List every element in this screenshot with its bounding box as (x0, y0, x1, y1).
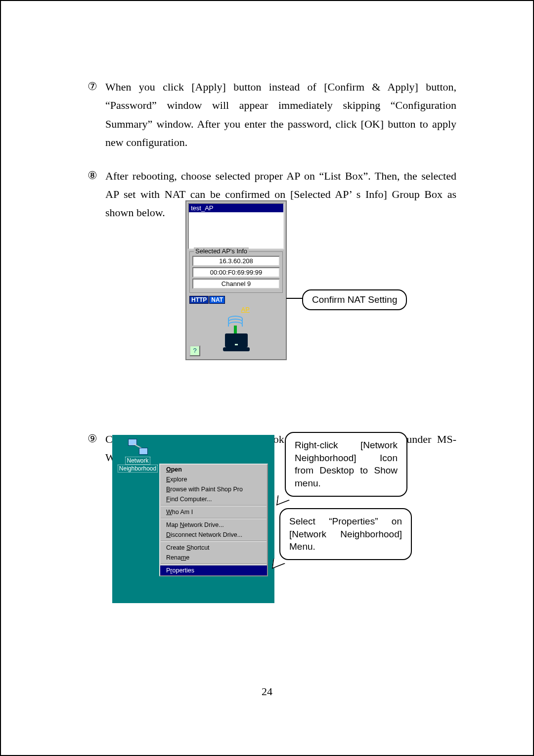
ap-device-icon (219, 317, 254, 351)
menu-map-drive[interactable]: Map Network Drive... (160, 520, 267, 530)
ap-listbox-item[interactable]: test_AP (189, 204, 283, 212)
callout-text: Confirm NAT Setting (312, 294, 397, 305)
network-neighborhood-icon[interactable]: Network Neighborhood (117, 439, 159, 472)
ap-channel-field: Channel 9 (192, 279, 280, 289)
ap-illustration: AP ? (186, 305, 286, 359)
menu-separator (161, 564, 267, 565)
context-menu: Open Explore Browse with Paint Shop Pro … (159, 464, 268, 576)
menu-find[interactable]: Find Computer... (160, 494, 267, 504)
menu-create-shortcut[interactable]: Create Shortcut (160, 543, 267, 553)
enum-7: ⑦ (88, 78, 105, 152)
ap-mac-field: 00:00:F0:69:99:99 (192, 267, 280, 278)
menu-whoami[interactable]: Who Am I (160, 507, 267, 517)
enum-8: ⑧ (88, 167, 105, 222)
ap-tags: HTTPNAT (186, 295, 286, 305)
ap-info-panel: test_AP Selected AP's Info 16.3.60.208 0… (185, 200, 287, 360)
nn-icon-graphic (128, 439, 148, 455)
menu-disconnect-drive[interactable]: Disconnect Network Drive... (160, 530, 267, 540)
menu-browse[interactable]: Browse with Paint Shop Pro (160, 484, 267, 494)
help-icon[interactable]: ? (189, 345, 200, 356)
callout-text: Select “Properties” on [Network Neighbor… (289, 516, 402, 552)
group-title: Selected AP's Info (194, 247, 249, 255)
menu-separator (161, 518, 267, 519)
callout-tail (276, 489, 292, 505)
callout-select-properties: Select “Properties” on [Network Neighbor… (279, 508, 412, 560)
http-tag: HTTP (189, 296, 209, 304)
icon-label-line1: Network (125, 457, 150, 465)
page-number: 24 (28, 685, 506, 698)
nat-tag: NAT (209, 296, 225, 304)
page-frame: ⑦ When you click [Apply] button instead … (28, 28, 506, 728)
menu-rename[interactable]: Rename (160, 553, 267, 563)
menu-separator (161, 541, 267, 542)
ap-ip-field: 16.3.60.208 (192, 256, 280, 266)
menu-separator (161, 505, 267, 506)
enum-9: ⑨ (88, 430, 105, 467)
selected-ap-info-group: Selected AP's Info 16.3.60.208 00:00:F0:… (189, 251, 283, 293)
ap-listbox[interactable]: test_AP (188, 203, 284, 249)
menu-explore[interactable]: Explore (160, 474, 267, 484)
list-item-7: ⑦ When you click [Apply] button instead … (88, 78, 456, 152)
icon-label-line2: Neighborhood (118, 465, 158, 472)
callout-right-click: Right-click [Network Neighborhood] Icon … (285, 432, 407, 497)
desktop-screenshot: Network Neighborhood Open Explore Browse… (112, 435, 274, 603)
callout-confirm-nat: Confirm NAT Setting (302, 289, 407, 310)
callout-text: Right-click [Network Neighborhood] Icon … (295, 440, 398, 488)
menu-properties[interactable]: Properties (160, 566, 267, 575)
paragraph-7: When you click [Apply] button instead of… (105, 78, 456, 152)
ap-label: AP (241, 306, 250, 313)
menu-open[interactable]: Open (160, 465, 267, 474)
